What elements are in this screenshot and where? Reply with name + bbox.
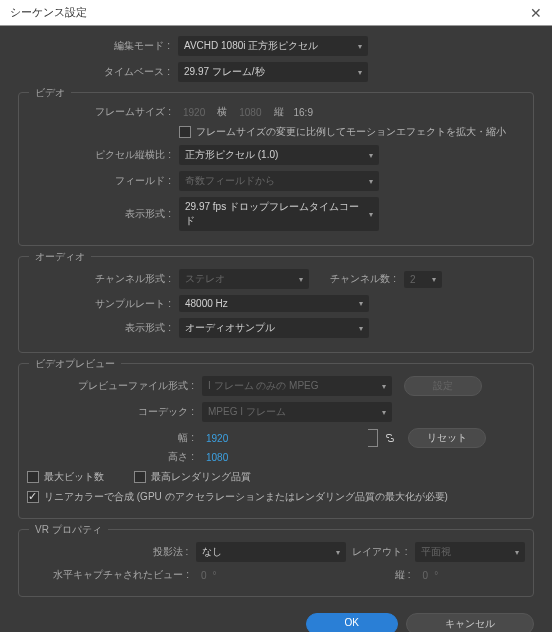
- framesize-width: 1920: [179, 107, 209, 118]
- framesize-height: 1080: [235, 107, 265, 118]
- chevron-down-icon: ▾: [515, 548, 519, 557]
- maxrender-label: 最高レンダリング品質: [151, 470, 251, 484]
- rate-value: 48000 Hz: [185, 298, 228, 309]
- maxbit-label: 最大ビット数: [44, 470, 104, 484]
- chevron-down-icon: ▾: [369, 210, 373, 219]
- maxrender-checkbox[interactable]: [134, 471, 146, 483]
- close-icon[interactable]: ✕: [530, 5, 542, 21]
- ph-value[interactable]: 1080: [202, 452, 232, 463]
- ph-label: 高さ :: [27, 450, 202, 464]
- par-dropdown[interactable]: 正方形ピクセル (1.0) ▾: [179, 145, 379, 165]
- video-heading: ビデオ: [29, 86, 71, 100]
- projection-label: 投影法 :: [27, 545, 196, 559]
- chfmt-value: ステレオ: [185, 272, 225, 286]
- rate-label: サンプルレート :: [27, 297, 179, 311]
- vert-label: 縦 :: [389, 568, 419, 582]
- chevron-down-icon: ▾: [358, 68, 362, 77]
- chevron-down-icon: ▾: [369, 177, 373, 186]
- audio-heading: オーディオ: [29, 250, 91, 264]
- vr-section: VR プロパティ 投影法 : なし ▾ レイアウト : 平面視 ▾ 水平キャプチ…: [18, 529, 534, 597]
- audio-section: オーディオ チャンネル形式 : ステレオ ▾ チャンネル数 : 2 ▾ サンプル…: [18, 256, 534, 353]
- chcount-dropdown: 2 ▾: [404, 271, 442, 288]
- vdisplay-label: 表示形式 :: [27, 207, 179, 221]
- pw-value[interactable]: 1920: [202, 433, 232, 444]
- linear-label: リニアカラーで合成 (GPU のアクセラレーションまたはレンダリング品質の最大化…: [44, 490, 448, 504]
- scale-effects-checkbox[interactable]: [179, 126, 191, 138]
- layout-value: 平面視: [421, 545, 451, 559]
- previewfmt-value: I フレーム のみの MPEG: [208, 379, 319, 393]
- chfmt-label: チャンネル形式 :: [27, 272, 179, 286]
- par-label: ピクセル縦横比 :: [27, 148, 179, 162]
- timebase-dropdown[interactable]: 29.97 フレーム/秒 ▾: [178, 62, 368, 82]
- chevron-down-icon: ▾: [382, 408, 386, 417]
- adisplay-label: 表示形式 :: [27, 321, 179, 335]
- timebase-label: タイムベース :: [18, 65, 178, 79]
- projection-value: なし: [202, 545, 222, 559]
- chain-icon[interactable]: [384, 432, 396, 444]
- framesize-mid2: 縦: [266, 105, 292, 119]
- deg1: °: [211, 570, 219, 581]
- reset-button[interactable]: リセット: [408, 428, 486, 448]
- codec-label: コーデック :: [27, 405, 202, 419]
- dialog-title: シーケンス設定: [10, 5, 530, 20]
- framesize-mid1: 横: [209, 105, 235, 119]
- framesize-aspect: 16:9: [292, 107, 321, 118]
- fields-dropdown: 奇数フィールドから ▾: [179, 171, 379, 191]
- chevron-down-icon: ▾: [299, 275, 303, 284]
- previewfmt-dropdown: I フレーム のみの MPEG ▾: [202, 376, 392, 396]
- editing-mode-dropdown[interactable]: AVCHD 1080i 正方形ピクセル ▾: [178, 36, 368, 56]
- layout-label: レイアウト :: [346, 545, 416, 559]
- chevron-down-icon: ▾: [369, 151, 373, 160]
- chfmt-dropdown: ステレオ ▾: [179, 269, 309, 289]
- adisplay-dropdown[interactable]: オーディオサンプル ▾: [179, 318, 369, 338]
- chevron-down-icon: ▾: [336, 548, 340, 557]
- adisplay-value: オーディオサンプル: [185, 321, 275, 335]
- chevron-down-icon: ▾: [432, 275, 436, 284]
- preview-heading: ビデオプレビュー: [29, 357, 121, 371]
- chcount-label: チャンネル数 :: [309, 272, 404, 286]
- timebase-value: 29.97 フレーム/秒: [184, 65, 265, 79]
- par-value: 正方形ピクセル (1.0): [185, 148, 278, 162]
- fields-value: 奇数フィールドから: [185, 174, 275, 188]
- fields-label: フィールド :: [27, 174, 179, 188]
- dialog-body: 編集モード : AVCHD 1080i 正方形ピクセル ▾ タイムベース : 2…: [0, 26, 552, 632]
- horiz-label: 水平キャプチャされたビュー :: [27, 568, 197, 582]
- linear-checkbox[interactable]: [27, 491, 39, 503]
- ok-button[interactable]: OK: [306, 613, 398, 632]
- pw-label: 幅 :: [27, 431, 202, 445]
- codec-value: MPEG I フレーム: [208, 405, 286, 419]
- rate-dropdown[interactable]: 48000 Hz ▾: [179, 295, 369, 312]
- layout-dropdown: 平面視 ▾: [415, 542, 525, 562]
- framesize-label: フレームサイズ :: [27, 105, 179, 119]
- vdisplay-value: 29.97 fps ドロップフレームタイムコード: [185, 200, 361, 228]
- codec-dropdown: MPEG I フレーム ▾: [202, 402, 392, 422]
- chevron-down-icon: ▾: [358, 42, 362, 51]
- cancel-button[interactable]: キャンセル: [406, 613, 534, 632]
- previewfmt-label: プレビューファイル形式 :: [27, 379, 202, 393]
- vdisplay-dropdown[interactable]: 29.97 fps ドロップフレームタイムコード ▾: [179, 197, 379, 231]
- editing-mode-label: 編集モード :: [18, 39, 178, 53]
- chevron-down-icon: ▾: [359, 324, 363, 333]
- scale-effects-label: フレームサイズの変更に比例してモーションエフェクトを拡大・縮小: [196, 125, 506, 139]
- projection-dropdown[interactable]: なし ▾: [196, 542, 345, 562]
- button-bar: OK キャンセル: [18, 603, 534, 632]
- chevron-down-icon: ▾: [359, 299, 363, 308]
- editing-mode-value: AVCHD 1080i 正方形ピクセル: [184, 39, 318, 53]
- link-bracket-icon: [368, 429, 378, 447]
- chevron-down-icon: ▾: [382, 382, 386, 391]
- vr-heading: VR プロパティ: [29, 523, 108, 537]
- titlebar: シーケンス設定 ✕: [0, 0, 552, 26]
- configure-button: 設定: [404, 376, 482, 396]
- horiz-value: 0: [197, 570, 211, 581]
- vert-value: 0: [419, 570, 433, 581]
- preview-section: ビデオプレビュー プレビューファイル形式 : I フレーム のみの MPEG ▾…: [18, 363, 534, 519]
- maxbit-checkbox[interactable]: [27, 471, 39, 483]
- video-section: ビデオ フレームサイズ : 1920 横 1080 縦 16:9 フレームサイズ…: [18, 92, 534, 246]
- chcount-value: 2: [410, 274, 416, 285]
- deg2: °: [432, 570, 440, 581]
